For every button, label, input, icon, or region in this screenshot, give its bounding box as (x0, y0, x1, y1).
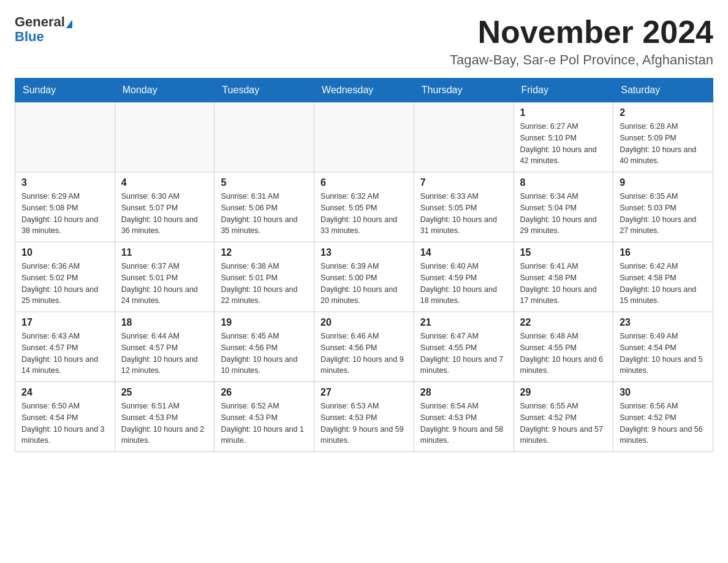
header-saturday: Saturday (613, 79, 713, 102)
day-info: Sunrise: 6:53 AMSunset: 4:53 PMDaylight:… (320, 400, 408, 446)
day-info: Sunrise: 6:35 AMSunset: 5:03 PMDaylight:… (620, 191, 707, 237)
calendar-cell: 6Sunrise: 6:32 AMSunset: 5:05 PMDaylight… (314, 172, 414, 242)
calendar-table: Sunday Monday Tuesday Wednesday Thursday… (15, 78, 713, 452)
calendar-cell (115, 102, 214, 172)
logo-general-text: General (15, 14, 65, 29)
title-section: November 2024 Tagaw-Bay, Sar-e Pol Provi… (450, 15, 713, 68)
calendar-cell: 18Sunrise: 6:44 AMSunset: 4:57 PMDayligh… (115, 312, 214, 382)
day-number: 2 (620, 107, 707, 118)
day-info: Sunrise: 6:32 AMSunset: 5:05 PMDaylight:… (320, 191, 408, 237)
calendar-cell: 7Sunrise: 6:33 AMSunset: 5:05 PMDaylight… (414, 172, 514, 242)
weekday-header-row: Sunday Monday Tuesday Wednesday Thursday… (15, 79, 713, 102)
logo: General Blue (15, 15, 72, 44)
day-number: 27 (320, 387, 408, 398)
calendar-cell: 30Sunrise: 6:56 AMSunset: 4:52 PMDayligh… (613, 382, 713, 452)
calendar-week-row: 24Sunrise: 6:50 AMSunset: 4:54 PMDayligh… (15, 382, 713, 452)
calendar-cell: 15Sunrise: 6:41 AMSunset: 4:58 PMDayligh… (514, 242, 613, 312)
day-number: 14 (420, 247, 507, 258)
day-info: Sunrise: 6:51 AMSunset: 4:53 PMDaylight:… (121, 400, 208, 446)
day-info: Sunrise: 6:28 AMSunset: 5:09 PMDaylight:… (620, 121, 707, 167)
day-info: Sunrise: 6:48 AMSunset: 4:55 PMDaylight:… (520, 331, 607, 377)
day-info: Sunrise: 6:41 AMSunset: 4:58 PMDaylight:… (520, 261, 607, 307)
logo-general-row: General (15, 15, 72, 29)
day-info: Sunrise: 6:29 AMSunset: 5:08 PMDaylight:… (21, 191, 108, 237)
day-number: 5 (221, 177, 308, 188)
calendar-cell: 26Sunrise: 6:52 AMSunset: 4:53 PMDayligh… (214, 382, 314, 452)
day-info: Sunrise: 6:56 AMSunset: 4:52 PMDaylight:… (620, 400, 707, 446)
day-info: Sunrise: 6:55 AMSunset: 4:52 PMDaylight:… (520, 400, 607, 446)
calendar-cell: 24Sunrise: 6:50 AMSunset: 4:54 PMDayligh… (15, 382, 115, 452)
calendar-cell: 29Sunrise: 6:55 AMSunset: 4:52 PMDayligh… (514, 382, 613, 452)
calendar-week-row: 3Sunrise: 6:29 AMSunset: 5:08 PMDaylight… (15, 172, 713, 242)
day-number: 10 (21, 247, 108, 258)
header-thursday: Thursday (414, 79, 514, 102)
day-info: Sunrise: 6:45 AMSunset: 4:56 PMDaylight:… (221, 331, 308, 377)
calendar-cell: 21Sunrise: 6:47 AMSunset: 4:55 PMDayligh… (414, 312, 514, 382)
day-number: 20 (320, 317, 408, 328)
logo-triangle-icon (66, 20, 72, 28)
calendar-cell: 22Sunrise: 6:48 AMSunset: 4:55 PMDayligh… (514, 312, 613, 382)
day-info: Sunrise: 6:34 AMSunset: 5:04 PMDaylight:… (520, 191, 607, 237)
day-number: 26 (221, 387, 308, 398)
day-info: Sunrise: 6:47 AMSunset: 4:55 PMDaylight:… (420, 331, 507, 377)
calendar-cell: 4Sunrise: 6:30 AMSunset: 5:07 PMDaylight… (115, 172, 214, 242)
day-number: 1 (520, 107, 607, 118)
day-info: Sunrise: 6:27 AMSunset: 5:10 PMDaylight:… (520, 121, 607, 167)
day-number: 16 (620, 247, 707, 258)
calendar-cell: 14Sunrise: 6:40 AMSunset: 4:59 PMDayligh… (414, 242, 514, 312)
day-info: Sunrise: 6:38 AMSunset: 5:01 PMDaylight:… (221, 261, 308, 307)
day-number: 23 (620, 317, 707, 328)
calendar-cell (314, 102, 414, 172)
calendar-cell: 25Sunrise: 6:51 AMSunset: 4:53 PMDayligh… (115, 382, 214, 452)
location-title: Tagaw-Bay, Sar-e Pol Province, Afghanist… (450, 52, 713, 68)
day-info: Sunrise: 6:43 AMSunset: 4:57 PMDaylight:… (21, 331, 108, 377)
header-tuesday: Tuesday (214, 79, 314, 102)
header-wednesday: Wednesday (314, 79, 414, 102)
page-header: General Blue November 2024 Tagaw-Bay, Sa… (15, 15, 713, 68)
calendar-week-row: 1Sunrise: 6:27 AMSunset: 5:10 PMDaylight… (15, 102, 713, 172)
calendar-cell: 10Sunrise: 6:36 AMSunset: 5:02 PMDayligh… (15, 242, 115, 312)
day-number: 6 (320, 177, 408, 188)
day-info: Sunrise: 6:46 AMSunset: 4:56 PMDaylight:… (320, 331, 408, 377)
day-number: 9 (620, 177, 707, 188)
calendar-cell: 9Sunrise: 6:35 AMSunset: 5:03 PMDaylight… (613, 172, 713, 242)
calendar-week-row: 17Sunrise: 6:43 AMSunset: 4:57 PMDayligh… (15, 312, 713, 382)
day-number: 17 (21, 317, 108, 328)
day-info: Sunrise: 6:40 AMSunset: 4:59 PMDaylight:… (420, 261, 507, 307)
calendar-cell (214, 102, 314, 172)
day-number: 29 (520, 387, 607, 398)
day-info: Sunrise: 6:37 AMSunset: 5:01 PMDaylight:… (121, 261, 208, 307)
calendar-cell: 20Sunrise: 6:46 AMSunset: 4:56 PMDayligh… (314, 312, 414, 382)
day-info: Sunrise: 6:50 AMSunset: 4:54 PMDaylight:… (21, 400, 108, 446)
calendar-cell: 2Sunrise: 6:28 AMSunset: 5:09 PMDaylight… (613, 102, 713, 172)
calendar-cell: 27Sunrise: 6:53 AMSunset: 4:53 PMDayligh… (314, 382, 414, 452)
day-info: Sunrise: 6:30 AMSunset: 5:07 PMDaylight:… (121, 191, 208, 237)
day-info: Sunrise: 6:54 AMSunset: 4:53 PMDaylight:… (420, 400, 507, 446)
calendar-cell: 5Sunrise: 6:31 AMSunset: 5:06 PMDaylight… (214, 172, 314, 242)
day-number: 8 (520, 177, 607, 188)
calendar-cell: 11Sunrise: 6:37 AMSunset: 5:01 PMDayligh… (115, 242, 214, 312)
calendar-cell: 23Sunrise: 6:49 AMSunset: 4:54 PMDayligh… (613, 312, 713, 382)
calendar-week-row: 10Sunrise: 6:36 AMSunset: 5:02 PMDayligh… (15, 242, 713, 312)
calendar-cell: 3Sunrise: 6:29 AMSunset: 5:08 PMDaylight… (15, 172, 115, 242)
calendar-cell: 17Sunrise: 6:43 AMSunset: 4:57 PMDayligh… (15, 312, 115, 382)
calendar-cell: 19Sunrise: 6:45 AMSunset: 4:56 PMDayligh… (214, 312, 314, 382)
header-monday: Monday (115, 79, 214, 102)
day-number: 15 (520, 247, 607, 258)
calendar-cell (15, 102, 115, 172)
day-number: 7 (420, 177, 507, 188)
day-info: Sunrise: 6:49 AMSunset: 4:54 PMDaylight:… (620, 331, 707, 377)
day-number: 18 (121, 317, 208, 328)
calendar-cell: 1Sunrise: 6:27 AMSunset: 5:10 PMDaylight… (514, 102, 613, 172)
calendar-cell: 28Sunrise: 6:54 AMSunset: 4:53 PMDayligh… (414, 382, 514, 452)
day-number: 19 (221, 317, 308, 328)
logo-blue-row: Blue (15, 29, 44, 44)
day-info: Sunrise: 6:44 AMSunset: 4:57 PMDaylight:… (121, 331, 208, 377)
day-info: Sunrise: 6:31 AMSunset: 5:06 PMDaylight:… (221, 191, 308, 237)
calendar-cell: 13Sunrise: 6:39 AMSunset: 5:00 PMDayligh… (314, 242, 414, 312)
day-number: 28 (420, 387, 507, 398)
day-info: Sunrise: 6:33 AMSunset: 5:05 PMDaylight:… (420, 191, 507, 237)
day-number: 3 (21, 177, 108, 188)
header-friday: Friday (514, 79, 613, 102)
day-info: Sunrise: 6:36 AMSunset: 5:02 PMDaylight:… (21, 261, 108, 307)
